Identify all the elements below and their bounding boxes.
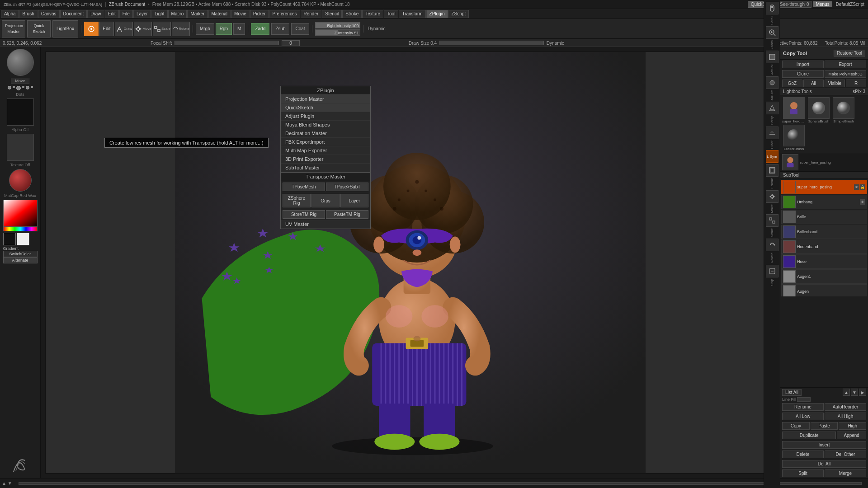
clone-btn[interactable]: Clone: [782, 70, 824, 78]
arr-right-btn[interactable]: ▶: [859, 389, 866, 396]
restore-tool-btn[interactable]: Restore Tool: [834, 50, 865, 56]
menu-stencil[interactable]: Stencil: [322, 10, 342, 18]
rotate-vert-btn[interactable]: [766, 239, 778, 251]
tool-thumb-4[interactable]: [783, 125, 805, 146]
menu-transform[interactable]: Transform: [399, 10, 425, 18]
menu-brush[interactable]: Brush: [19, 10, 38, 18]
edit-mode-btn[interactable]: Edit: [99, 22, 114, 36]
menu-movie[interactable]: Movie: [231, 10, 250, 18]
persp-btn[interactable]: [766, 102, 778, 114]
bottom-slider[interactable]: [19, 482, 862, 485]
menu-file[interactable]: File: [119, 10, 133, 18]
insert-btn[interactable]: Insert: [782, 441, 866, 449]
floor-btn[interactable]: [766, 127, 778, 139]
subtool-item-umhang[interactable]: Umhang 👁: [781, 195, 867, 209]
del-other-btn[interactable]: Del Other: [825, 450, 866, 458]
zadd-btn[interactable]: Zadd: [251, 23, 269, 35]
menu-zscript[interactable]: ZScript: [448, 10, 469, 18]
tool-item-1[interactable]: super_hero_posing: [782, 97, 806, 123]
tpose-subt-btn[interactable]: TPose>SubT: [326, 183, 368, 191]
lightbox-button[interactable]: LightBox: [52, 20, 78, 38]
list-all-btn[interactable]: List All: [782, 389, 802, 396]
scale-vert-btn[interactable]: [766, 214, 778, 227]
z-intensity-slider[interactable]: Z Intensity 51: [315, 29, 360, 36]
tool-preview-active[interactable]: [782, 154, 798, 170]
rgb-intensity-slider[interactable]: Rgb Intensity 100: [315, 22, 360, 28]
arr-down-btn[interactable]: ▼: [851, 389, 858, 396]
r-btn[interactable]: R: [846, 80, 866, 87]
copy-right-btn[interactable]: Copy: [782, 422, 810, 430]
menu-canvas[interactable]: Canvas: [38, 10, 60, 18]
tool-item-2[interactable]: SphereBrush: [807, 97, 830, 123]
menu-item-adjust-plugin[interactable]: Adjust Plugin: [281, 112, 370, 121]
menu-draw[interactable]: Draw: [87, 10, 104, 18]
all-low-btn[interactable]: All Low: [782, 413, 824, 420]
aadiff-btn[interactable]: [766, 76, 778, 89]
scale-btn[interactable]: Scale: [153, 22, 171, 36]
visible-btn[interactable]: Visible: [825, 80, 845, 87]
del-all-btn[interactable]: Del All: [782, 460, 866, 468]
move-brush-btn[interactable]: Move: [11, 78, 29, 84]
l-sym-btn[interactable]: L Sym: [766, 150, 778, 163]
defaultzscript-btn[interactable]: DefaultZScript: [834, 1, 866, 7]
menu-item-fbx[interactable]: FBX ExportImport: [281, 138, 370, 146]
subtool-eye-btn[interactable]: 👁: [854, 184, 859, 190]
alternate-btn[interactable]: Alternate: [3, 257, 38, 263]
frame-btn[interactable]: [766, 164, 778, 177]
menu-document[interactable]: Document: [60, 10, 87, 18]
menu-light[interactable]: Light: [151, 10, 168, 18]
menu-stroke[interactable]: Stroke: [342, 10, 362, 18]
coat-btn[interactable]: Coat: [291, 23, 309, 35]
menu-item-3dprint[interactable]: 3D Print Exporter: [281, 155, 370, 164]
subtool-item-brillenband[interactable]: Brillenband: [781, 225, 867, 239]
move-vert-btn[interactable]: [766, 190, 778, 203]
storetm-rig-btn[interactable]: StoreTM Rig: [283, 210, 325, 219]
menu-item-uv-master[interactable]: UV Master: [281, 220, 370, 229]
background-color[interactable]: [17, 233, 29, 245]
all-high-btn[interactable]: All High: [825, 413, 866, 420]
draw-size-slider[interactable]: [439, 41, 544, 45]
pastetm-rig-btn[interactable]: PasteTM Rig: [326, 210, 368, 219]
zoom-btn[interactable]: [766, 26, 778, 39]
focal-slider[interactable]: [175, 41, 279, 45]
subtool-item-active[interactable]: super_hero_posing 👁 🔒: [781, 180, 867, 194]
all-btn[interactable]: All: [803, 80, 824, 87]
tool-item-4[interactable]: EraserBrush: [782, 125, 806, 151]
menu-item-maya-blend[interactable]: Maya Blend Shapes: [281, 121, 370, 129]
scroll-btn[interactable]: [766, 2, 778, 14]
menu-render[interactable]: Render: [301, 10, 322, 18]
texture-preview[interactable]: [7, 134, 34, 161]
tposemesh-btn[interactable]: TPoseMesh: [283, 183, 325, 191]
auto-reorder-btn[interactable]: AutoReorder: [825, 403, 866, 411]
draw-btn[interactable]: Draw: [115, 22, 133, 36]
menu-preferences[interactable]: Preferences: [269, 10, 300, 18]
actual-btn[interactable]: [766, 51, 778, 63]
subtool-item-hose[interactable]: Hose: [781, 254, 867, 269]
subtool-item-augen1[interactable]: Augen1: [781, 269, 867, 284]
rgb-btn[interactable]: Rgb: [216, 23, 232, 35]
menu-item-decimation[interactable]: Decimation Master: [281, 129, 370, 138]
grps-btn[interactable]: Grps: [311, 194, 340, 207]
menu-layer[interactable]: Layer: [133, 10, 151, 18]
zsub-btn[interactable]: Zsub: [271, 23, 289, 35]
paste-btn[interactable]: Paste: [811, 422, 838, 430]
subtool-item-augen[interactable]: Augen: [781, 284, 867, 296]
menu-zplugin[interactable]: ZPlugin: [426, 10, 448, 18]
menu-marker[interactable]: Marker: [187, 10, 208, 18]
snip-btn[interactable]: [766, 265, 778, 277]
import-btn[interactable]: Import: [782, 61, 824, 68]
goz-btn[interactable]: GoZ: [782, 80, 802, 87]
menu-picker[interactable]: Picker: [250, 10, 269, 18]
menu-item-projection-master[interactable]: Projection Master: [281, 95, 370, 103]
hue-slider[interactable]: [3, 227, 38, 231]
mrgb-btn[interactable]: Mrgb: [196, 23, 214, 35]
high-btn[interactable]: High: [839, 422, 866, 430]
color-picker[interactable]: [3, 200, 38, 227]
layer-btn[interactable]: Layer: [340, 194, 368, 207]
menu-item-subtoolmaster[interactable]: SubTool Master: [281, 164, 370, 172]
see-through-box[interactable]: See-through 0: [778, 1, 811, 8]
tool-thumb-1[interactable]: [783, 97, 805, 119]
subtool-eye-umhang[interactable]: 👁: [860, 199, 865, 205]
rename-btn[interactable]: Rename: [782, 403, 824, 411]
menu-material[interactable]: Material: [208, 10, 231, 18]
